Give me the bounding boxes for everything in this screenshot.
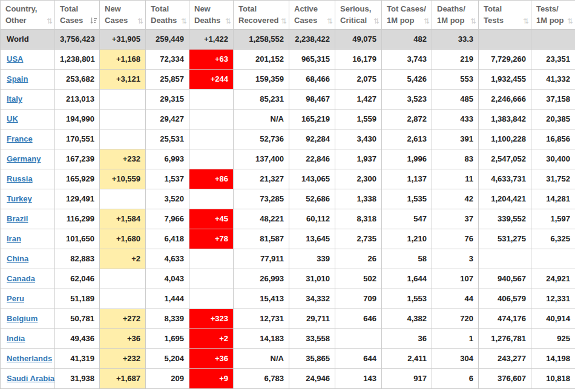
active_cases-cell: 13,645 <box>289 229 335 249</box>
country-link[interactable]: Italy <box>7 94 22 103</box>
total_deaths-cell: 1,695 <box>146 328 189 348</box>
tests_1m-cell: 41,332 <box>531 69 575 89</box>
deaths_1m-cell: 83 <box>432 149 479 169</box>
new_cases-cell <box>100 109 146 129</box>
tests_1m-cell: 37,158 <box>531 89 575 109</box>
serious_critical-cell: 1,559 <box>335 109 382 129</box>
tests_1m-cell: 23,351 <box>531 49 575 69</box>
sort-both-icon: ⇅ <box>47 18 53 25</box>
column-header-serious_critical[interactable]: Serious,Critical⇅ <box>335 1 382 30</box>
new_cases-cell <box>100 269 146 289</box>
deaths_1m-cell: 107 <box>432 269 479 289</box>
column-label-line1: Tot Cases/ <box>387 4 426 13</box>
deaths_1m-cell: 304 <box>432 348 479 368</box>
active_cases-cell: 98,467 <box>289 89 335 109</box>
world-label: World <box>7 34 29 44</box>
total_recovered-cell: 159,359 <box>234 69 289 89</box>
country-link[interactable]: Peru <box>7 294 24 303</box>
active_cases-cell: 143,065 <box>289 169 335 189</box>
serious_critical-cell: 709 <box>335 289 382 309</box>
country-link[interactable]: France <box>7 134 33 143</box>
country-link[interactable]: USA <box>7 54 23 64</box>
total_recovered-cell: 15,413 <box>234 289 289 309</box>
active_cases-cell: 2,238,422 <box>289 29 335 49</box>
total_deaths-cell: 29,315 <box>146 89 189 109</box>
tot_cases_1m-cell: 2,613 <box>382 129 432 149</box>
total_recovered-cell: 52,736 <box>234 129 289 149</box>
total_cases-cell: 1,238,801 <box>55 49 100 69</box>
country-link[interactable]: China <box>7 254 28 263</box>
column-label-line2: Cases <box>105 16 128 25</box>
total_tests-cell: 7,729,260 <box>479 49 531 69</box>
active_cases-cell: 34,332 <box>289 289 335 309</box>
tot_cases_1m-cell: 917 <box>382 368 432 388</box>
serious_critical-cell: 26 <box>335 249 382 269</box>
total_cases-cell: 50,781 <box>55 309 100 328</box>
tot_cases_1m-cell: 547 <box>382 209 432 229</box>
country-link[interactable]: Canada <box>7 274 35 283</box>
total_recovered-cell: 73,285 <box>234 189 289 209</box>
tot_cases_1m-cell: 3,743 <box>382 49 432 69</box>
column-header-tests_1m[interactable]: Tests/1M pop⇅ <box>531 1 575 30</box>
total_cases-cell: 116,299 <box>55 209 100 229</box>
tests_1m-cell: 14,198 <box>531 348 575 368</box>
new_cases-cell: +3,121 <box>100 69 146 89</box>
sort-both-icon: ⇅ <box>225 18 231 25</box>
country-link[interactable]: Netherlands <box>7 354 52 363</box>
country-link[interactable]: Spain <box>7 74 28 83</box>
new_deaths-cell: +2 <box>189 328 234 348</box>
column-header-new_deaths[interactable]: NewDeaths⇅ <box>189 1 234 30</box>
total_cases-cell: 170,551 <box>55 129 100 149</box>
new_deaths-cell <box>189 89 234 109</box>
sort-both-icon: ⇅ <box>181 18 187 25</box>
column-label-line2: Other <box>5 16 27 25</box>
country-link[interactable]: Germany <box>7 154 41 163</box>
serious_critical-cell: 1,338 <box>335 189 382 209</box>
column-header-total_cases[interactable]: TotalCases <box>55 1 100 30</box>
country-cell: Belgium <box>1 309 55 328</box>
sort-both-icon: ⇅ <box>567 18 573 25</box>
country-link[interactable]: Brazil <box>7 214 28 223</box>
country-link[interactable]: Turkey <box>7 194 32 203</box>
new_deaths-cell <box>189 129 234 149</box>
column-header-total_deaths[interactable]: TotalDeaths⇅ <box>146 1 189 30</box>
table-row: UK194,99029,427N/A165,2191,5592,8724331,… <box>1 109 575 129</box>
column-header-total_recovered[interactable]: TotalRecovered⇅ <box>234 1 289 30</box>
column-label-line1: Tests/ <box>536 4 559 13</box>
column-header-new_cases[interactable]: NewCases⇅ <box>100 1 146 30</box>
country-link[interactable]: Russia <box>7 174 33 183</box>
column-label-line1: Total <box>151 4 169 13</box>
new_deaths-cell: +36 <box>189 348 234 368</box>
deaths_1m-cell: 76 <box>432 229 479 249</box>
total_recovered-cell: N/A <box>234 348 289 368</box>
column-header-tot_cases_1m[interactable]: Tot Cases/1M pop⇅ <box>382 1 432 30</box>
serious_critical-cell: 8,318 <box>335 209 382 229</box>
country-link[interactable]: Iran <box>7 234 21 243</box>
serious_critical-cell: 16,179 <box>335 49 382 69</box>
column-header-active_cases[interactable]: ActiveCases⇅ <box>289 1 335 30</box>
tot_cases_1m-cell: 482 <box>382 29 432 49</box>
table-row: Peru51,1891,44415,41334,3327091,55344406… <box>1 289 575 309</box>
total_deaths-cell: 4,043 <box>146 269 189 289</box>
column-header-total_tests[interactable]: TotalTests⇅ <box>479 1 531 30</box>
active_cases-cell: 965,315 <box>289 49 335 69</box>
country-link[interactable]: Saudi Arabia <box>7 374 54 383</box>
column-label-line2: Tests <box>484 16 504 25</box>
country-link[interactable]: India <box>7 334 25 343</box>
total_cases-cell: 51,189 <box>55 289 100 309</box>
tot_cases_1m-cell: 1,210 <box>382 229 432 249</box>
column-label-line1: Total <box>60 4 78 13</box>
new_cases-cell: +2 <box>100 249 146 269</box>
serious_critical-cell: 646 <box>335 309 382 328</box>
country-link[interactable]: UK <box>7 114 18 123</box>
country-link[interactable]: Belgium <box>7 314 38 323</box>
serious_critical-cell: 502 <box>335 269 382 289</box>
tot_cases_1m-cell: 2,411 <box>382 348 432 368</box>
country-cell: Italy <box>1 89 55 109</box>
country-cell: Peru <box>1 289 55 309</box>
column-header-country[interactable]: Country,Other⇅ <box>1 1 55 30</box>
total_tests-cell: 531,275 <box>479 229 531 249</box>
country-cell: India <box>1 328 55 348</box>
column-header-deaths_1m[interactable]: Deaths/1M pop⇅ <box>432 1 479 30</box>
world-row: World3,756,423+31,905259,449+1,4221,258,… <box>1 29 575 49</box>
